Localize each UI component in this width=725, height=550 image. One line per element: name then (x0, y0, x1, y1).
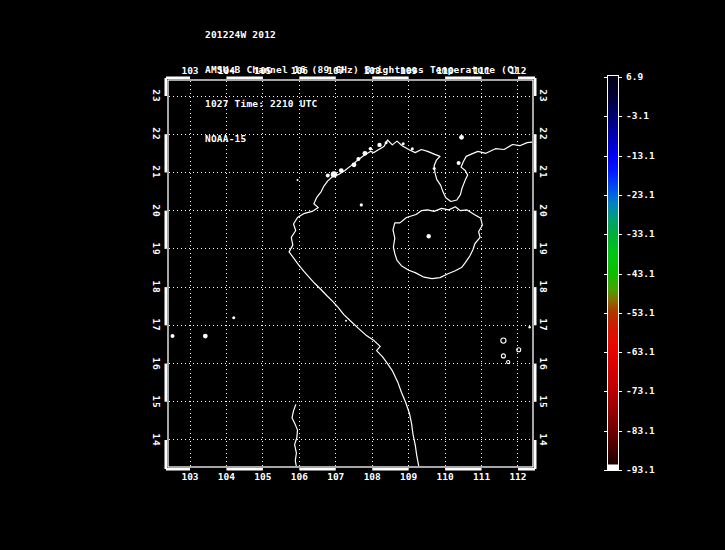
lon-label-top-104: 104 (218, 66, 235, 76)
island-dot (352, 162, 357, 167)
coastlines-layer (171, 135, 534, 467)
colorbar-tick-label: -83.1 (626, 426, 655, 436)
island-ring (517, 348, 521, 352)
lat-label-right-14: 14 (538, 433, 549, 446)
colorbar-tick (618, 313, 622, 314)
lat-label-right-19: 19 (538, 242, 549, 255)
lat-label-left-22: 22 (151, 127, 162, 140)
lon-label-bottom-104: 104 (218, 472, 235, 482)
coastline-vietnam (289, 151, 419, 466)
island-dot (411, 147, 414, 150)
neatline-top-seg (445, 77, 481, 80)
lat-label-left-19: 19 (151, 242, 162, 255)
island-dot (433, 167, 436, 170)
island-dot (377, 143, 381, 147)
neatline-left-seg (165, 78, 168, 96)
island-ring (501, 338, 506, 343)
colorbar-tick-label: -93.1 (626, 465, 655, 475)
colorbar-tick (618, 116, 622, 117)
island-dot (297, 179, 299, 181)
lon-label-top-109: 109 (400, 66, 417, 76)
coastline-hainan (393, 207, 482, 279)
neatline-right-seg (534, 364, 537, 402)
neatline-right-seg (534, 78, 537, 96)
lat-label-left-21: 21 (151, 166, 162, 179)
lat-label-right-20: 20 (538, 204, 549, 217)
lon-label-top-103: 103 (181, 66, 198, 76)
lon-label-top-105: 105 (254, 66, 271, 76)
colorbar-tick (618, 391, 622, 392)
colorbar-tick (618, 234, 622, 235)
island-dot (331, 171, 337, 177)
colorbar-tick-label: 6.9 (626, 72, 643, 82)
island-dot (360, 203, 363, 206)
colorbar-tick-label: -73.1 (626, 386, 655, 396)
island-dot (459, 135, 464, 140)
river-line (292, 405, 298, 467)
satellite-map-product: 201224W 2012 AMSU-B Channel 16 (89 GHz) … (0, 0, 725, 550)
colorbar-tick (618, 156, 622, 157)
neatline-left-seg (165, 440, 168, 469)
colorbar-tick (618, 77, 622, 78)
colorbar-tick (604, 313, 608, 314)
island-ring (501, 354, 505, 358)
neatline-top-seg (166, 77, 190, 80)
neatline-right-seg (534, 134, 537, 172)
lat-label-right-15: 15 (538, 395, 549, 408)
neatline-top-seg (372, 77, 408, 80)
lon-label-bottom-110: 110 (437, 472, 454, 482)
coastline-china (370, 140, 533, 202)
neatline-right-seg (534, 287, 537, 325)
neatline-left-seg (165, 364, 168, 402)
lon-label-top-112: 112 (509, 66, 526, 76)
colorbar-tick (604, 77, 608, 78)
neatline-right-seg (534, 211, 537, 249)
neatline-top-seg (226, 77, 262, 80)
island-dot (457, 161, 461, 165)
lat-label-left-20: 20 (151, 204, 162, 217)
island-dot (363, 151, 368, 156)
lon-label-top-107: 107 (327, 66, 344, 76)
lat-label-left-14: 14 (151, 433, 162, 446)
lon-label-bottom-107: 107 (327, 472, 344, 482)
neatline-left-seg (165, 211, 168, 249)
colorbar-tick-label: -63.1 (626, 347, 655, 357)
lat-label-left-23: 23 (151, 89, 162, 102)
neatline-top-seg (518, 77, 535, 80)
lat-label-left-18: 18 (151, 280, 162, 293)
neatline-left-seg (165, 287, 168, 325)
island-dot (402, 142, 405, 145)
colorbar-tick (618, 195, 622, 196)
lat-label-right-22: 22 (538, 127, 549, 140)
colorbar-tick (618, 352, 622, 353)
colorbar-tick (604, 234, 608, 235)
lat-label-right-18: 18 (538, 280, 549, 293)
neatline-right-seg (534, 440, 537, 469)
colorbar-tick (618, 274, 622, 275)
colorbar-tick (604, 156, 608, 157)
island-dot (203, 334, 208, 339)
lon-label-top-108: 108 (364, 66, 381, 76)
neatline-left-seg (165, 134, 168, 172)
colorbar-tick (604, 391, 608, 392)
island-dot (427, 234, 431, 238)
lon-label-bottom-108: 108 (364, 472, 381, 482)
island-dot (171, 334, 175, 338)
colorbar-tick (604, 274, 608, 275)
colorbar-tick (604, 116, 608, 117)
map-frame (168, 80, 533, 467)
colorbar-tick (618, 470, 622, 471)
lon-label-top-111: 111 (473, 66, 490, 76)
island-dot (339, 168, 344, 173)
island-dot (369, 147, 373, 151)
lon-label-bottom-112: 112 (509, 472, 526, 482)
lat-label-right-17: 17 (538, 319, 549, 332)
lon-label-bottom-105: 105 (254, 472, 271, 482)
lon-label-bottom-109: 109 (400, 472, 417, 482)
lat-label-right-21: 21 (538, 166, 549, 179)
lat-label-left-16: 16 (151, 357, 162, 370)
island-dot (528, 326, 530, 328)
colorbar-tick-label: -43.1 (626, 269, 655, 279)
colorbar-tick-label: -13.1 (626, 151, 655, 161)
colorbar-tick (618, 431, 622, 432)
